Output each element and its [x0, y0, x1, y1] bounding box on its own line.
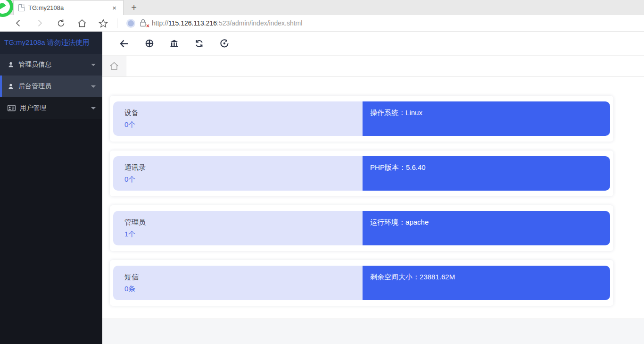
stat-card-sms: 短信 0条 剩余空间大小：23881.62M [110, 260, 613, 306]
sidebar-item-label: 后台管理员 [18, 82, 91, 91]
sidebar-item-admin-info[interactable]: 管理员信息 [0, 54, 102, 76]
stat-card-admins: 管理员 1个 运行环境：apache [110, 205, 613, 251]
stat-count[interactable]: 0个 [124, 120, 363, 129]
stat-label: 短信 [124, 273, 363, 282]
tab-title: TG:my2108a [28, 4, 110, 11]
back-arrow-icon[interactable] [119, 38, 130, 49]
sidebar-item-backend-admin[interactable]: 后台管理员 [0, 76, 102, 97]
home-icon[interactable] [77, 18, 87, 28]
stat-count[interactable]: 1个 [124, 230, 363, 239]
stat-left-panel: 设备 0个 [113, 101, 363, 136]
crosshair-circle-icon[interactable] [144, 38, 155, 49]
address-bar[interactable]: http://115.126.113.216:523/admin/index/i… [152, 19, 302, 27]
url-host: 115.126.113.216 [168, 19, 217, 27]
star-icon[interactable] [98, 18, 108, 28]
browser-tab-bar: TG:my2108a × + [0, 0, 644, 15]
stat-info-panel: 剩余空间大小：23881.62M [363, 266, 610, 300]
id-card-icon [8, 105, 16, 111]
browser-tab[interactable]: TG:my2108a × [13, 0, 124, 15]
stat-label: 管理员 [124, 218, 363, 227]
page-file-icon [18, 4, 25, 11]
breadcrumb [102, 55, 644, 77]
chevron-down-icon [91, 64, 96, 66]
chevron-down-icon [91, 107, 96, 109]
tab-close-icon[interactable]: × [110, 3, 118, 13]
lock-x-mark: × [146, 23, 149, 29]
browser-nav-bar: × http://115.126.113.216:523/admin/index… [0, 15, 644, 32]
main-panel: 设备 0个 操作系统：Linux 通讯录 0个 PHP版本：5.6.40 管理员… [102, 32, 644, 344]
new-tab-button[interactable]: + [127, 2, 140, 13]
sidebar-item-user-management[interactable]: 用户管理 [0, 97, 102, 119]
logout-circle-icon[interactable] [219, 38, 230, 49]
footer-strip [102, 319, 644, 344]
home-icon [109, 61, 119, 71]
sidebar: TG:my2108a 请勿违法使用 管理员信息 后台管理员 用户管理 [0, 32, 102, 344]
back-icon[interactable] [13, 18, 24, 28]
stat-info-panel: 操作系统：Linux [363, 101, 610, 136]
insecure-lock-icon[interactable]: × [140, 19, 147, 27]
stat-count[interactable]: 0个 [124, 175, 363, 184]
stat-left-panel: 通讯录 0个 [113, 156, 363, 191]
address-bar-separator [117, 18, 117, 28]
sync-icon[interactable] [194, 38, 205, 49]
dashboard-content: 设备 0个 操作系统：Linux 通讯录 0个 PHP版本：5.6.40 管理员… [102, 77, 644, 319]
chevron-down-icon [91, 85, 96, 88]
stat-card-contacts: 通讯录 0个 PHP版本：5.6.40 [110, 151, 613, 196]
sidebar-item-label: 用户管理 [20, 104, 91, 112]
stat-card-devices: 设备 0个 操作系统：Linux [110, 96, 613, 142]
user-icon [8, 61, 14, 68]
bank-icon[interactable] [169, 38, 180, 49]
sidebar-header: TG:my2108a 请勿违法使用 [0, 32, 102, 54]
stat-info-panel: 运行环境：apache [363, 211, 610, 245]
sidebar-item-label: 管理员信息 [18, 60, 91, 69]
forward-icon[interactable] [34, 18, 45, 28]
stat-count[interactable]: 0条 [124, 285, 363, 294]
stat-label: 设备 [124, 109, 363, 117]
admin-toolbar [102, 32, 644, 55]
stat-left-panel: 短信 0条 [113, 266, 363, 300]
stat-label: 通讯录 [124, 163, 363, 172]
breadcrumb-home-tab[interactable] [102, 56, 126, 76]
url-scheme: http:// [152, 19, 168, 27]
refresh-icon[interactable] [56, 18, 66, 28]
stat-info-panel: PHP版本：5.6.40 [363, 156, 610, 191]
user-icon [8, 83, 14, 90]
site-dot-icon[interactable] [128, 20, 134, 26]
stat-left-panel: 管理员 1个 [113, 211, 363, 245]
url-path: :523/admin/index/index.shtml [217, 19, 302, 27]
green-app-badge-icon [0, 0, 13, 17]
